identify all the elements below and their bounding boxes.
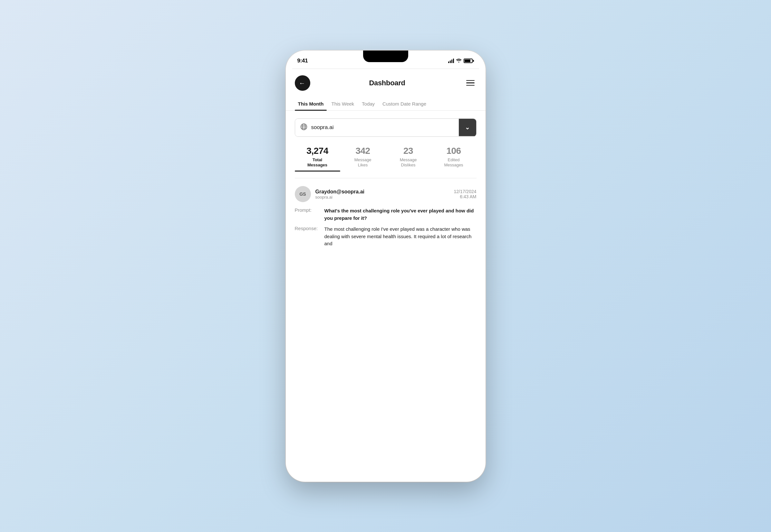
response-content: The most challenging role I've ever play… [324, 226, 476, 247]
tab-this-month[interactable]: This Month [295, 97, 327, 110]
page-title: Dashboard [369, 79, 405, 87]
stat-message-likes-label: MessageLikes [354, 157, 371, 168]
stat-message-likes: 342 MessageLikes [340, 146, 386, 168]
message-date: 12/17/2024 6:43 AM [454, 189, 476, 199]
stat-message-dislikes: 23 MessageDislikes [386, 146, 431, 168]
app-header: ← Dashboard [286, 69, 485, 97]
stat-message-likes-number: 342 [355, 146, 370, 156]
response-label: Response: [295, 226, 321, 247]
selector-value: soopra.ai [311, 124, 334, 131]
battery-icon [464, 59, 474, 63]
site-selector[interactable]: soopra.ai ⌄ [295, 118, 476, 137]
response-row: Response: The most challenging role I've… [295, 226, 476, 247]
menu-line-2 [466, 82, 475, 83]
message-meta: Graydon@soopra.ai soopra.ai [315, 189, 449, 200]
selector-input-area: soopra.ai [295, 119, 459, 136]
menu-line-3 [466, 85, 475, 86]
stat-edited-messages-number: 106 [446, 146, 461, 156]
chevron-down-icon: ⌄ [465, 124, 470, 131]
dropdown-button[interactable]: ⌄ [459, 119, 476, 136]
prompt-content: What's the most challenging role you've … [324, 207, 476, 222]
menu-button[interactable] [464, 78, 476, 88]
tab-custom-date-range[interactable]: Custom Date Range [379, 97, 429, 110]
menu-line-1 [466, 80, 475, 81]
globe-icon [300, 123, 307, 132]
message-date-text: 12/17/2024 [454, 189, 476, 194]
message-card: GS Graydon@soopra.ai soopra.ai 12/17/202… [295, 186, 476, 247]
back-button[interactable]: ← [295, 75, 310, 91]
stat-underline [295, 171, 340, 172]
status-time: 9:41 [297, 58, 308, 64]
stat-message-dislikes-number: 23 [403, 146, 413, 156]
status-icons [448, 58, 474, 63]
back-arrow-icon: ← [299, 80, 306, 86]
message-site: soopra.ai [315, 195, 449, 200]
stat-total-messages-label: TotalMessages [307, 157, 327, 168]
stat-total-messages: 3,274 TotalMessages [295, 146, 340, 172]
tab-this-week[interactable]: This Week [328, 97, 357, 110]
tabs-container: This Month This Week Today Custom Date R… [286, 97, 485, 111]
main-content: soopra.ai ⌄ 3,274 TotalMessages 342 Mess… [286, 111, 485, 482]
stat-message-dislikes-label: MessageDislikes [400, 157, 417, 168]
stat-edited-messages-label: EditedMessages [444, 157, 463, 168]
notch [363, 51, 408, 62]
message-time-text: 6:43 AM [454, 194, 476, 199]
stat-total-messages-number: 3,274 [306, 146, 328, 156]
message-from: Graydon@soopra.ai [315, 189, 449, 195]
prompt-label: Prompt: [295, 207, 321, 222]
avatar: GS [295, 186, 311, 202]
stats-row: 3,274 TotalMessages 342 MessageLikes 23 … [295, 146, 476, 179]
signal-icon [448, 59, 454, 63]
tab-today[interactable]: Today [359, 97, 378, 110]
phone-frame: 9:41 [286, 51, 485, 482]
prompt-row: Prompt: What's the most challenging role… [295, 207, 476, 222]
wifi-icon [456, 58, 462, 63]
message-header: GS Graydon@soopra.ai soopra.ai 12/17/202… [295, 186, 476, 202]
status-bar: 9:41 [286, 51, 485, 69]
stat-edited-messages: 106 EditedMessages [431, 146, 476, 168]
